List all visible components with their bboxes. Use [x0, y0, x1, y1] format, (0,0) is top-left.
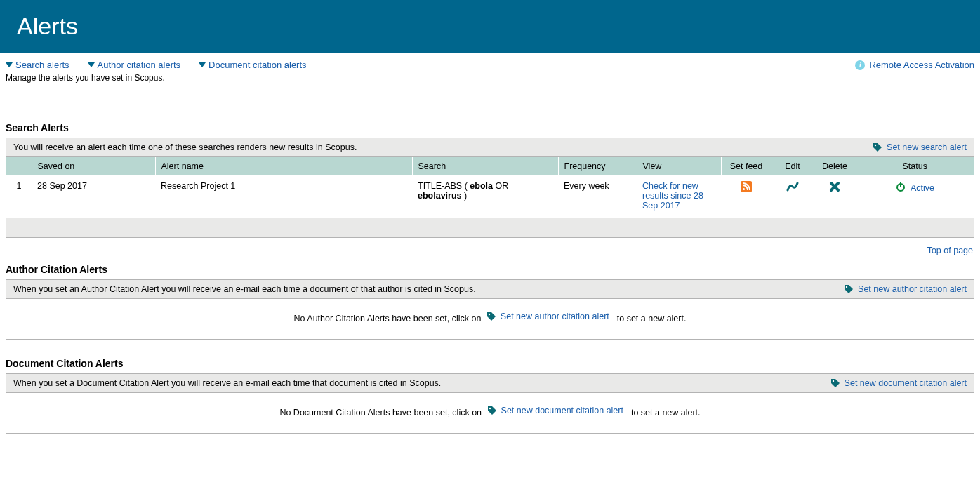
set-new-author-citation-alert[interactable]: Set new author citation alert	[844, 284, 967, 294]
cell-view: Check for new results since 28 Sep 2017	[637, 175, 721, 218]
page-banner: Alerts	[0, 0, 980, 53]
search-alerts-panel: You will receive an alert each time one …	[6, 138, 974, 238]
svg-point-5	[846, 286, 847, 288]
col-header-alert-name[interactable]: Alert name	[155, 157, 412, 175]
svg-point-6	[489, 314, 490, 315]
chevron-down-icon	[6, 62, 13, 67]
set-new-document-citation-alert[interactable]: Set new document citation alert	[830, 378, 967, 388]
nav-label: Author citation alerts	[98, 60, 181, 70]
top-of-page-link[interactable]: Top of page	[927, 246, 973, 255]
svg-point-7	[832, 380, 833, 382]
col-header-set-feed[interactable]: Set feed	[721, 157, 772, 175]
svg-point-8	[489, 408, 490, 409]
set-new-search-alert-label: Set new search alert	[887, 142, 967, 152]
nav-search-alerts[interactable]: Search alerts	[6, 60, 69, 70]
cell-index: 1	[6, 175, 32, 218]
cell-alert-name: Research Project 1	[155, 175, 412, 218]
author-citation-title: Author Citation Alerts	[6, 264, 974, 275]
document-citation-panel-head: When you set a Document Citation Alert y…	[6, 374, 974, 393]
top-of-page-wrap: Top of page	[0, 238, 980, 255]
document-citation-section: Document Citation Alerts When you set a …	[0, 349, 980, 448]
search-alerts-panel-foot	[6, 218, 974, 237]
cell-edit	[772, 175, 814, 218]
table-row: 1 28 Sep 2017 Research Project 1 TITLE-A…	[6, 175, 974, 218]
status-toggle[interactable]: Active	[895, 181, 934, 194]
col-header-status[interactable]: Status	[856, 157, 974, 175]
search-alerts-section: Search Alerts You will receive an alert …	[0, 114, 980, 238]
search-keyword: ebolavirus	[418, 191, 462, 201]
search-mid: OR	[493, 181, 508, 191]
author-empty-pre: No Author Citation Alerts have been set,…	[294, 314, 482, 323]
cell-delete	[814, 175, 856, 218]
cell-status: Active	[856, 175, 974, 218]
chevron-down-icon	[88, 62, 95, 67]
set-new-author-label: Set new author citation alert	[858, 284, 967, 294]
author-empty-message: No Author Citation Alerts have been set,…	[6, 299, 974, 339]
check-new-results-link[interactable]: Check for new results since 28 Sep 2017	[642, 181, 703, 211]
document-empty-post: to set a new alert.	[631, 408, 701, 418]
cell-search: TITLE-ABS ( ebola OR ebolavirus )	[412, 175, 558, 218]
search-alerts-title: Search Alerts	[6, 122, 974, 133]
author-citation-panel: When you set an Author Citation Alert yo…	[6, 279, 974, 340]
table-header-row: Saved on Alert name Search Frequency Vie…	[6, 157, 974, 175]
col-header-delete[interactable]: Delete	[814, 157, 856, 175]
set-new-document-inline-label: Set new document citation alert	[501, 406, 623, 415]
search-alerts-desc: You will receive an alert each time one …	[13, 142, 357, 152]
rss-icon[interactable]	[741, 181, 752, 194]
set-new-author-inline-label: Set new author citation alert	[501, 312, 609, 321]
chevron-down-icon	[199, 62, 206, 67]
col-header-view[interactable]: View	[637, 157, 721, 175]
set-new-search-alert[interactable]: Set new search alert	[873, 142, 967, 152]
nav-author-citation-alerts[interactable]: Author citation alerts	[88, 60, 181, 70]
col-header-index	[6, 157, 32, 175]
document-citation-panel: When you set a Document Citation Alert y…	[6, 373, 974, 434]
page-subtitle: Manage the alerts you have set in Scopus…	[0, 72, 980, 93]
document-empty-message: No Document Citation Alerts have been se…	[6, 393, 974, 433]
search-keyword: ebola	[470, 181, 493, 191]
delete-icon[interactable]	[829, 181, 840, 194]
tag-icon	[486, 312, 496, 321]
cell-frequency: Every week	[558, 175, 637, 218]
nav-document-citation-alerts[interactable]: Document citation alerts	[199, 60, 306, 70]
set-new-document-citation-alert-inline[interactable]: Set new document citation alert	[487, 406, 623, 415]
tag-icon	[487, 406, 497, 415]
document-empty-pre: No Document Citation Alerts have been se…	[279, 408, 482, 418]
info-icon: i	[855, 60, 865, 70]
nav-label: Document citation alerts	[208, 60, 306, 70]
page-title: Alerts	[17, 13, 78, 39]
cell-set-feed	[721, 175, 772, 218]
document-citation-desc: When you set a Document Citation Alert y…	[13, 378, 441, 388]
tag-icon	[830, 378, 840, 388]
set-new-document-label: Set new document citation alert	[845, 378, 967, 388]
edit-icon[interactable]	[786, 181, 799, 194]
author-citation-panel-head: When you set an Author Citation Alert yo…	[6, 280, 974, 299]
tag-icon	[844, 284, 854, 294]
svg-point-0	[875, 145, 876, 146]
status-label: Active	[911, 183, 934, 193]
col-header-frequency[interactable]: Frequency	[558, 157, 637, 175]
tag-icon	[873, 142, 882, 152]
author-citation-section: Author Citation Alerts When you set an A…	[0, 255, 980, 340]
col-header-edit[interactable]: Edit	[772, 157, 814, 175]
nav-label: Search alerts	[15, 60, 69, 70]
author-citation-desc: When you set an Author Citation Alert yo…	[13, 284, 476, 294]
document-citation-title: Document Citation Alerts	[6, 358, 974, 369]
search-suffix: )	[462, 191, 468, 201]
set-new-author-citation-alert-inline[interactable]: Set new author citation alert	[486, 312, 609, 321]
col-header-saved-on[interactable]: Saved on	[32, 157, 155, 175]
search-alerts-panel-head: You will receive an alert each time one …	[6, 138, 974, 157]
col-header-search[interactable]: Search	[412, 157, 558, 175]
remote-access-activation[interactable]: i Remote Access Activation	[855, 60, 974, 70]
subnav-left: Search alerts Author citation alerts Doc…	[6, 60, 307, 70]
subnav-bar: Search alerts Author citation alerts Doc…	[0, 53, 980, 72]
search-alerts-table: Saved on Alert name Search Frequency Vie…	[6, 157, 974, 218]
power-icon	[895, 181, 906, 194]
cell-saved-on: 28 Sep 2017	[32, 175, 155, 218]
search-prefix: TITLE-ABS (	[418, 181, 470, 191]
svg-point-2	[743, 188, 745, 190]
remote-access-label: Remote Access Activation	[869, 60, 974, 70]
author-empty-post: to set a new alert.	[617, 314, 687, 323]
